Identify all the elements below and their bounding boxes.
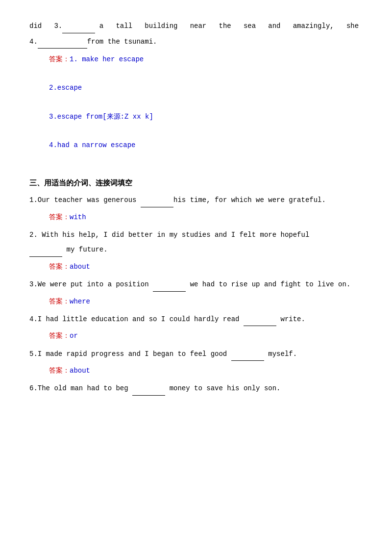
fill-blank-q4 xyxy=(244,313,276,327)
fill-blank-q5 xyxy=(231,348,264,361)
answer-label-q5: 答案： xyxy=(49,367,70,374)
answer-label-q4: 答案： xyxy=(49,332,70,339)
answer-value-q5: about xyxy=(70,367,90,375)
intro-lines: did 3. a tall building near the sea and … xyxy=(29,20,363,49)
fill-blank-3 xyxy=(62,20,95,33)
answer-label-1: 答案： xyxy=(49,55,70,63)
answer-item-4: 4.had a narrow escape xyxy=(49,138,363,151)
answer-value-q4: or xyxy=(70,332,78,340)
answer-block-q2: 答案：about xyxy=(49,260,363,273)
question-block-4: 4.I had little education and so I could … xyxy=(29,313,363,343)
fill-blank-q2 xyxy=(29,243,62,257)
fill-blank-q1 xyxy=(141,194,173,207)
answer-value-q3: where xyxy=(70,298,90,305)
question-2-text-b: my future. xyxy=(29,243,363,257)
answer-value-q1: with xyxy=(70,213,86,221)
question-block-1: 1.Our teacher was generous his time, for… xyxy=(29,194,363,224)
question-1-text: 1.Our teacher was generous his time, for… xyxy=(29,194,363,207)
fill-blank-q3 xyxy=(153,278,186,292)
question-block-6: 6.The old man had to beg money to save h… xyxy=(29,382,363,396)
section-3-title: 三、用适当的介词、连接词填空 xyxy=(29,177,363,190)
answer-block-q5: 答案：about xyxy=(49,364,363,377)
fill-blank-4 xyxy=(38,35,87,49)
question-block-3: 3.We were put into a position we had to … xyxy=(29,278,363,308)
answer-item-1: 答案：1. make her escape xyxy=(49,52,363,66)
question-block-2: 2. With his help, I did better in my stu… xyxy=(29,228,363,273)
answer-label-q3: 答案： xyxy=(49,298,70,305)
answer-value-2: 2.escape xyxy=(49,84,82,92)
answer-value-3: 3.escape from[来源:Z xx k] xyxy=(49,113,153,121)
answer-block-q4: 答案：or xyxy=(49,329,363,342)
answer-item-3: 3.escape from[来源:Z xx k] xyxy=(49,110,363,123)
answer-label-q2: 答案： xyxy=(49,263,70,270)
answer-value-1: 1. make her escape xyxy=(70,55,144,63)
question-6-text: 6.The old man had to beg money to save h… xyxy=(29,382,363,396)
question-2-text: 2. With his help, I did better in my stu… xyxy=(29,228,363,242)
answer-value-4: 4.had a narrow escape xyxy=(49,141,135,149)
section-3-block: 三、用适当的介词、连接词填空 xyxy=(29,177,363,190)
fill-blank-q6 xyxy=(132,382,165,396)
answer-block-q1: 答案：with xyxy=(49,210,363,224)
question-3-text: 3.We were put into a position we had to … xyxy=(29,278,363,292)
intro-line-1: did 3. a tall building near the sea and … xyxy=(29,20,363,33)
question-4-text: 4.I had little education and so I could … xyxy=(29,313,363,327)
intro-line-2: 4. from the tsunami. xyxy=(29,35,363,49)
answer-value-q2: about xyxy=(70,263,90,271)
answer-section-intro: 答案：1. make her escape 2.escape 3.escape … xyxy=(49,52,363,151)
answer-item-2: 2.escape xyxy=(49,81,363,94)
question-block-5: 5.I made rapid progress and I began to f… xyxy=(29,348,363,378)
answer-label-q1: 答案： xyxy=(49,213,70,221)
question-5-text: 5.I made rapid progress and I began to f… xyxy=(29,348,363,361)
answer-block-q3: 答案：where xyxy=(49,295,363,308)
